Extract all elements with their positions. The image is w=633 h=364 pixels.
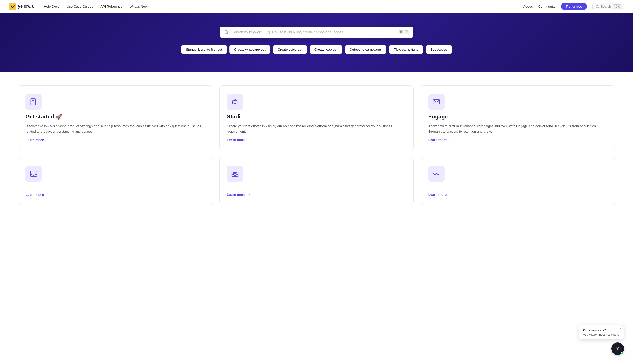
inbox2-icon-wrapper xyxy=(227,166,243,182)
nav-right: Videos Community Try for free Search ⌘ K xyxy=(523,3,624,10)
studio-icon-wrapper xyxy=(227,94,243,110)
get-started-desc: Discover Yellow.ai's diverse product off… xyxy=(26,124,205,134)
engage-desc: Know how to craft multi-channel campaign… xyxy=(428,124,607,134)
link-icon xyxy=(432,170,441,178)
arrow-right-icon: → xyxy=(448,138,452,142)
email-send-icon xyxy=(432,98,441,106)
nav-use-case[interactable]: Use Case Guides xyxy=(67,4,93,8)
nav-help-docs[interactable]: Help Docs xyxy=(44,4,59,8)
inbox2-learn-more[interactable]: Learn more → xyxy=(227,192,406,196)
hero-chips: Signup & create first bot Create whatsap… xyxy=(181,45,452,54)
robot-icon xyxy=(231,98,239,106)
studio-desc: Create your bot effortlessly using our n… xyxy=(227,124,406,134)
hero-kbd-cmd: ⌘ xyxy=(399,30,404,34)
brand-name: yellow.ai xyxy=(18,4,35,9)
engage-icon-wrapper xyxy=(428,94,445,110)
arrow-right-icon: → xyxy=(448,192,452,196)
link-learn-more[interactable]: Learn more → xyxy=(428,192,607,196)
nav-search[interactable]: Search ⌘ K xyxy=(592,3,624,10)
book-icon xyxy=(30,98,38,106)
nav-whats-new[interactable]: What's New xyxy=(130,4,148,8)
try-for-free-button[interactable]: Try for free xyxy=(561,3,587,10)
card-inbox: Learn more → xyxy=(18,157,212,205)
get-started-learn-more[interactable]: Learn more → xyxy=(26,138,205,142)
navbar: yellow.ai Help Docs Use Case Guides API … xyxy=(0,0,633,13)
chip-bot-access[interactable]: Bot access xyxy=(426,45,452,54)
arrow-right-icon: → xyxy=(247,138,250,142)
svg-point-11 xyxy=(233,102,234,103)
hero-kbd-k: K xyxy=(405,30,409,34)
inbox2-icon xyxy=(231,170,239,178)
chip-flow[interactable]: Flow campaigns xyxy=(389,45,423,54)
get-started-icon-wrapper xyxy=(26,94,42,110)
hero-search-input[interactable] xyxy=(232,30,396,34)
arrow-right-icon: → xyxy=(46,192,49,196)
chip-signup[interactable]: Signup & create first bot xyxy=(181,45,227,54)
chip-outbound[interactable]: Outbound campaigns xyxy=(345,45,387,54)
search-icon xyxy=(595,5,599,8)
link-icon-wrapper xyxy=(428,166,445,182)
hero-search-keys: ⌘ K xyxy=(399,30,409,34)
hero-search-icon xyxy=(224,30,229,35)
svg-point-12 xyxy=(236,102,236,103)
card-inbox2: Learn more → xyxy=(219,157,413,205)
nav-search-label: Search xyxy=(601,5,611,8)
nav-community[interactable]: Community xyxy=(538,4,555,8)
card-engage: Engage Know how to craft multi-channel c… xyxy=(421,85,615,150)
cards-grid: Get started 🚀 Discover Yellow.ai's diver… xyxy=(18,85,615,205)
card-link: Learn more → xyxy=(421,157,615,205)
nav-videos[interactable]: Videos xyxy=(523,4,533,8)
hero-search-bar[interactable]: ⌘ K xyxy=(220,26,413,38)
arrow-right-icon: → xyxy=(247,192,250,196)
studio-learn-more[interactable]: Learn more → xyxy=(227,138,406,142)
inbox-icon-wrapper xyxy=(26,166,42,182)
studio-title: Studio xyxy=(227,114,406,120)
nav-links: Help Docs Use Case Guides API Reference … xyxy=(44,4,523,8)
inbox-icon xyxy=(30,170,38,178)
card-studio: Studio Create your bot effortlessly usin… xyxy=(219,85,413,150)
svg-point-9 xyxy=(234,99,236,100)
get-started-title: Get started 🚀 xyxy=(26,114,205,120)
chip-web[interactable]: Create web bot xyxy=(310,45,342,54)
arrow-right-icon: → xyxy=(46,138,49,142)
svg-rect-0 xyxy=(9,3,16,10)
logo[interactable]: yellow.ai xyxy=(9,3,35,10)
chip-whatsapp[interactable]: Create whatsapp bot xyxy=(229,45,270,54)
engage-learn-more[interactable]: Learn more → xyxy=(428,138,607,142)
chip-voice[interactable]: Create voice bot xyxy=(273,45,307,54)
card-get-started: Get started 🚀 Discover Yellow.ai's diver… xyxy=(18,85,212,150)
svg-rect-4 xyxy=(30,99,31,105)
hero-section: ⌘ K Signup & create first bot Create wha… xyxy=(0,13,633,72)
inbox-learn-more[interactable]: Learn more → xyxy=(26,192,205,196)
engage-title: Engage xyxy=(428,114,607,120)
nav-api[interactable]: API Reference xyxy=(100,4,122,8)
search-kbd: ⌘ K xyxy=(613,4,621,9)
cards-section: Get started 🚀 Discover Yellow.ai's diver… xyxy=(0,72,633,218)
